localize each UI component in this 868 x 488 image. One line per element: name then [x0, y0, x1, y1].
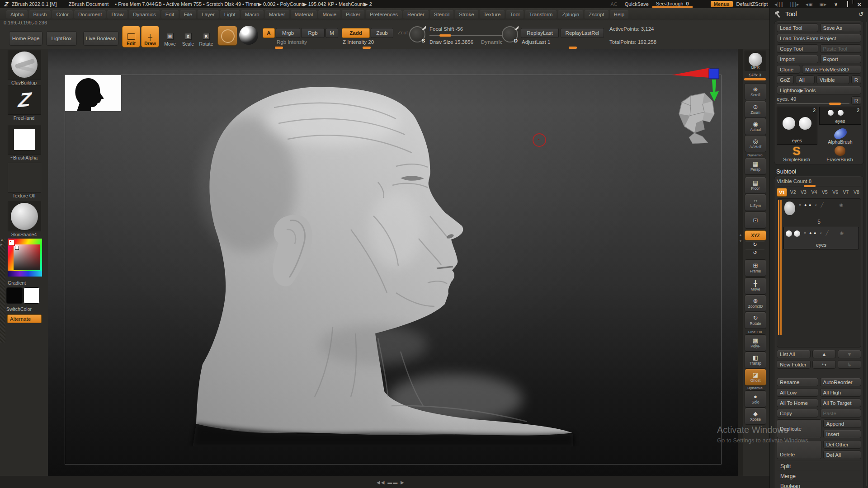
refresh-icon[interactable]: ↺	[858, 10, 863, 18]
all-low-button[interactable]: All Low	[777, 388, 818, 397]
polypaint-icon[interactable]: ● ●	[809, 231, 816, 235]
ghost-button[interactable]: ◪Ghost	[745, 369, 766, 386]
dynamic-toggle[interactable]: Dynamic	[481, 39, 503, 45]
main-color-swatch[interactable]	[6, 287, 23, 304]
brush-selector[interactable]: ClayBuildup	[8, 50, 40, 85]
xyz-axis-button[interactable]: XYZ	[745, 230, 766, 240]
line-fill-toggle[interactable]: Line Fill	[744, 330, 766, 334]
make-polymesh3d-button[interactable]: Make PolyMesh3D	[802, 65, 861, 74]
move-up-button[interactable]: ▲	[812, 350, 836, 358]
goz-button[interactable]: GoZ	[777, 75, 794, 84]
bpr-render-button[interactable]: BPR	[745, 51, 766, 70]
shade-icon[interactable]: ◐	[820, 230, 822, 235]
menu-light[interactable]: Light	[220, 10, 240, 19]
all-to-home-button[interactable]: All To Home	[777, 399, 818, 407]
export-button[interactable]: Export	[820, 55, 862, 63]
subtool-section-title[interactable]: Subtool	[776, 168, 868, 175]
menu-edit[interactable]: Edit	[161, 10, 179, 19]
frame-button[interactable]: ⊞Frame	[745, 259, 766, 277]
menu-draw[interactable]: Draw	[107, 10, 127, 19]
merge-row[interactable]: Merge	[777, 471, 861, 481]
live-boolean-button[interactable]: Live Boolean	[83, 31, 118, 46]
fold-icon[interactable]: ▾	[799, 202, 801, 207]
all-to-target-button[interactable]: All To Target	[820, 399, 862, 407]
new-folder-button[interactable]: New Folder	[777, 360, 811, 369]
menu-zscript[interactable]: Zscript	[585, 10, 609, 19]
timeline-scrollbar[interactable]: ◀◀ ▬▬ ▶	[377, 480, 405, 485]
menu-material[interactable]: Material	[291, 10, 317, 19]
brushoff-icon[interactable]: ╱	[826, 230, 828, 235]
copy-tool-button[interactable]: Copy Tool	[777, 44, 818, 53]
zsub-button[interactable]: Zsub	[371, 28, 393, 38]
visible-button[interactable]: Visible	[816, 75, 849, 84]
clone-button[interactable]: Clone	[777, 65, 800, 74]
vtab-v2[interactable]: V2	[788, 188, 797, 196]
menu-macro[interactable]: Macro	[241, 10, 264, 19]
menu-render[interactable]: Render	[403, 10, 429, 19]
menu-brush[interactable]: Brush	[29, 10, 51, 19]
solo-button[interactable]: ●Solo	[745, 390, 766, 408]
insert-button[interactable]: Insert	[823, 430, 862, 438]
visible-count-slider[interactable]: Visible Count 8	[777, 178, 861, 187]
vtab-v4[interactable]: V4	[809, 188, 819, 196]
delete-button[interactable]: Delete	[777, 440, 821, 459]
replay-last-rel-button[interactable]: ReplayLastRel	[561, 28, 604, 38]
rgb-intensity-slider[interactable]: Rgb Intensity	[277, 39, 307, 45]
dynamic-persp-toggle[interactable]: Dynamic	[744, 153, 766, 157]
menu-layer[interactable]: Layer	[198, 10, 219, 19]
menu-preferences[interactable]: Preferences	[366, 10, 402, 19]
adjust-last-slider[interactable]: AdjustLast 1	[522, 39, 550, 45]
persp-button[interactable]: ▦Persp	[745, 158, 766, 175]
del-all-button[interactable]: Del All	[823, 450, 862, 459]
subtool-item-head[interactable]: ▾ ● ● ◐ ╱ ◉	[783, 201, 859, 219]
load-tool-button[interactable]: Load Tool	[777, 23, 818, 32]
load-tools-from-project-button[interactable]: Load Tools From Project	[777, 34, 861, 42]
rgb-button[interactable]: Rgb	[301, 28, 325, 38]
all-button[interactable]: All	[796, 75, 815, 84]
lightbox-tools-button[interactable]: Lightbox▶Tools	[777, 86, 861, 94]
scroll-button[interactable]: ⊕Scroll	[745, 83, 766, 100]
current-material-thumbnail[interactable]	[239, 26, 258, 45]
shade-icon[interactable]: ◐	[815, 202, 817, 207]
save-as-button[interactable]: Save As	[820, 23, 862, 32]
subtool-item-eyes[interactable]: ▾ ● ● ◐ ╱ ◉ eyes	[783, 227, 859, 249]
menu-document[interactable]: Document	[74, 10, 106, 19]
rotate-y-button[interactable]: ↻	[745, 241, 765, 248]
m-button[interactable]: M	[326, 28, 338, 38]
menu-file[interactable]: File	[180, 10, 197, 19]
eraserbrush-tool[interactable]: EraserBrush	[818, 146, 861, 162]
vtab-v6[interactable]: V6	[830, 188, 840, 196]
vtab-v1[interactable]: V1	[777, 188, 787, 197]
rename-button[interactable]: Rename	[777, 378, 818, 386]
color-picker[interactable]	[8, 239, 42, 277]
hue-selector-icon[interactable]	[8, 239, 15, 246]
tool-item-slider[interactable]: eyes. 49	[777, 96, 849, 105]
local-symmetry-button[interactable]: ↔L.Sym	[745, 194, 766, 211]
move-mode-button[interactable]: M Move	[161, 26, 179, 47]
visibility-eye-icon[interactable]: ◉	[840, 230, 844, 235]
vtab-v7[interactable]: V7	[841, 188, 850, 196]
xpose-button[interactable]: ◆Xpose	[745, 408, 766, 425]
divider-left-icon[interactable]: ◂||||	[774, 2, 783, 7]
move-into-folder-button[interactable]: ↪	[812, 360, 836, 369]
draw-mode-button[interactable]: ┼ Draw	[141, 26, 159, 47]
active-tool-thumbnail[interactable]: 2 eyes	[777, 107, 817, 145]
spix-slider[interactable]: SPix 3	[744, 72, 766, 80]
transp-button[interactable]: ◧Transp	[745, 352, 766, 369]
append-button[interactable]: Append	[823, 419, 862, 428]
copy-subtool-button[interactable]: Copy	[777, 409, 818, 418]
menu-stroke[interactable]: Stroke	[455, 10, 478, 19]
document-canvas[interactable]	[48, 49, 738, 476]
ac-toggle[interactable]: AC	[607, 1, 621, 7]
minimize-button[interactable]: ∨	[830, 1, 842, 7]
actual-size-button[interactable]: ◉Actual	[745, 118, 766, 135]
del-other-button[interactable]: Del Other	[823, 440, 862, 449]
menus-button[interactable]: Menus	[711, 1, 733, 7]
list-all-button[interactable]: List All	[777, 350, 811, 358]
window-cycle-right-icon[interactable]: ▣▸	[820, 2, 827, 7]
zadd-button[interactable]: Zadd	[342, 28, 370, 38]
see-through-slider[interactable]: See-through 0	[652, 1, 693, 8]
brushoff-icon[interactable]: ╱	[821, 202, 823, 207]
edit-mode-button[interactable]: Edit	[122, 26, 140, 47]
aahalf-button[interactable]: ◎AAHalf	[745, 135, 766, 152]
